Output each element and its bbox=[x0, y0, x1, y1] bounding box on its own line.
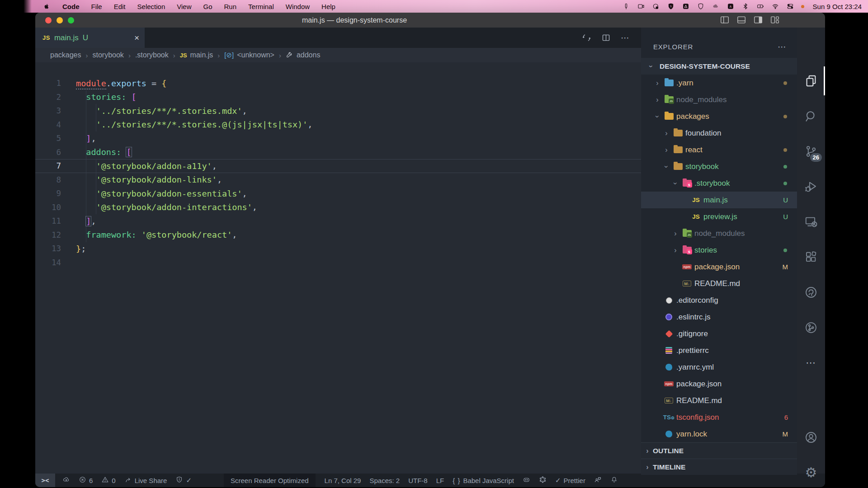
code-editor[interactable]: 1module.exports = {2 stories: [3 '../sto… bbox=[35, 62, 641, 474]
problems-errors[interactable]: 6 bbox=[79, 476, 93, 485]
copilot-status[interactable] bbox=[523, 476, 530, 485]
screen-record-icon[interactable] bbox=[637, 2, 645, 10]
shield-number-icon[interactable]: 5 bbox=[667, 2, 675, 10]
wifi-icon[interactable] bbox=[771, 2, 779, 10]
close-window-button[interactable] bbox=[45, 17, 52, 23]
layout-sidebar-right-icon[interactable] bbox=[753, 15, 763, 25]
run-debug-icon[interactable] bbox=[797, 169, 825, 204]
menu-item-view[interactable]: View bbox=[177, 3, 191, 10]
layout-panel-icon[interactable] bbox=[736, 15, 746, 25]
close-tab-icon[interactable]: × bbox=[134, 33, 139, 42]
explorer-icon[interactable] bbox=[797, 63, 825, 99]
more-views-icon[interactable]: ⋯ bbox=[797, 345, 825, 380]
zoom-window-button[interactable] bbox=[68, 17, 74, 23]
code-line-3: 3 '../stories/**/*.stories.mdx', bbox=[35, 104, 641, 118]
menu-item-window[interactable]: Window bbox=[286, 3, 310, 10]
layout-customize-icon[interactable] bbox=[770, 15, 780, 25]
graphql-status[interactable] bbox=[539, 476, 547, 485]
account-icon[interactable] bbox=[797, 420, 825, 455]
window-title-bar[interactable]: main.js — design-system-course bbox=[35, 13, 825, 28]
split-editor-icon[interactable] bbox=[601, 33, 611, 42]
menu-bar-clock[interactable]: Sun 9 Oct 23:24 bbox=[813, 3, 862, 10]
tree-item-preview-js[interactable]: JSpreview.jsU bbox=[641, 208, 797, 225]
tree-item-react[interactable]: ›react bbox=[641, 141, 797, 158]
tree-item-node-modules[interactable]: ›JSnode_modules bbox=[641, 91, 797, 108]
menu-item-run[interactable]: Run bbox=[224, 3, 237, 10]
tree-item--storybook[interactable]: ›S.storybook bbox=[641, 175, 797, 192]
remote-explorer-icon[interactable] bbox=[797, 204, 825, 239]
battery-icon[interactable] bbox=[756, 2, 764, 10]
tree-item-main-js[interactable]: JSmain.jsU bbox=[641, 192, 797, 208]
menu-item-selection[interactable]: Selection bbox=[137, 3, 165, 10]
tree-item-node-modules[interactable]: ›JSnode_modules bbox=[641, 225, 797, 242]
breadcrumb-item-storybook[interactable]: storybook bbox=[93, 51, 124, 59]
tree-item-readme-md[interactable]: M↓README.md bbox=[641, 275, 797, 292]
live-share[interactable]: Live Share bbox=[124, 476, 167, 485]
breadcrumb-item--unknown-[interactable]: [⊘]<unknown> bbox=[224, 51, 274, 59]
more-actions-icon[interactable]: ⋯ bbox=[621, 33, 630, 43]
traffic-lights bbox=[45, 17, 74, 23]
menu-item-go[interactable]: Go bbox=[203, 3, 212, 10]
tree-item-storybook[interactable]: ›storybook bbox=[641, 158, 797, 175]
tree-item--yarnrc-yml[interactable]: .yarnrc.yml bbox=[641, 359, 797, 375]
tree-item--eslintrc-js[interactable]: .eslintrc.js bbox=[641, 309, 797, 325]
bluetooth-icon[interactable] bbox=[741, 2, 750, 10]
input-source-icon[interactable]: A bbox=[726, 2, 735, 10]
tree-item-stories[interactable]: ›Sstories bbox=[641, 242, 797, 258]
feedback[interactable] bbox=[594, 476, 602, 485]
menu-item-terminal[interactable]: Terminal bbox=[248, 3, 274, 10]
apple-menu-icon[interactable] bbox=[42, 2, 51, 10]
remote-indicator[interactable]: >< bbox=[35, 474, 55, 487]
encoding[interactable]: UTF-8 bbox=[408, 477, 428, 484]
open-changes-icon[interactable] bbox=[582, 33, 591, 42]
source-control-icon[interactable]: 26 bbox=[797, 134, 825, 169]
layout-sidebar-left-icon[interactable] bbox=[720, 15, 730, 25]
menu-item-file[interactable]: File bbox=[91, 3, 102, 10]
tree-item--prettierrc[interactable]: .prettierrc bbox=[641, 342, 797, 359]
cursor-position[interactable]: Ln 7, Col 29 bbox=[325, 477, 361, 484]
language-mode[interactable]: { }Babel JavaScript bbox=[453, 477, 514, 484]
github-icon[interactable] bbox=[797, 275, 825, 310]
indentation[interactable]: Spaces: 2 bbox=[369, 477, 400, 484]
notifications-bell[interactable] bbox=[610, 476, 618, 485]
formatter-prettier[interactable]: ✓Prettier bbox=[555, 476, 585, 484]
spell-checker[interactable]: ✓ bbox=[175, 476, 192, 485]
menu-item-help[interactable]: Help bbox=[321, 3, 335, 10]
menu-item-edit[interactable]: Edit bbox=[114, 3, 126, 10]
control-center-icon[interactable] bbox=[786, 2, 794, 10]
publish-icon[interactable] bbox=[62, 476, 70, 485]
eol[interactable]: LF bbox=[436, 477, 444, 484]
tab-main-js[interactable]: JS main.js U × bbox=[35, 28, 145, 48]
search-icon[interactable] bbox=[797, 99, 825, 134]
app-box-icon[interactable] bbox=[682, 2, 690, 10]
tree-item-package-json[interactable]: npmpackage.jsonM bbox=[641, 258, 797, 275]
tree-item--yarn[interactable]: ›.yarn bbox=[641, 75, 797, 91]
tree-root-design-system-course[interactable]: › DESIGN-SYSTEM-COURSE bbox=[641, 58, 797, 75]
breadcrumb-item-addons[interactable]: addons bbox=[286, 51, 321, 60]
tree-item-yarn-lock[interactable]: yarn.lockM bbox=[641, 426, 797, 442]
tree-item--editorconfig[interactable]: .editorconfig bbox=[641, 292, 797, 309]
settings-gear-icon[interactable]: ⚙ bbox=[797, 455, 825, 487]
breadcrumb-item--storybook[interactable]: .storybook bbox=[135, 51, 169, 59]
record-badge-icon[interactable] bbox=[652, 2, 660, 10]
explorer-more-icon[interactable]: ⋯ bbox=[778, 42, 787, 52]
cloud-icon[interactable] bbox=[712, 2, 720, 10]
tree-item-foundation[interactable]: ›foundation bbox=[641, 125, 797, 141]
tree-item-packages[interactable]: ›packages bbox=[641, 108, 797, 125]
section-timeline[interactable]: ›TIMELINE bbox=[641, 459, 797, 475]
menu-item-code[interactable]: Code bbox=[62, 3, 80, 10]
section-outline[interactable]: ›OUTLINE bbox=[641, 442, 797, 459]
extensions-icon[interactable] bbox=[797, 239, 825, 275]
tree-item-readme-md[interactable]: M↓README.md bbox=[641, 392, 797, 409]
tree-item--gitignore[interactable]: .gitignore bbox=[641, 325, 797, 342]
tree-item-package-json[interactable]: npmpackage.json bbox=[641, 375, 797, 392]
breadcrumb-item-packages[interactable]: packages bbox=[50, 51, 81, 59]
shield-outline-icon[interactable] bbox=[697, 2, 705, 10]
pin-icon[interactable] bbox=[622, 2, 630, 10]
screen-reader-status[interactable]: Screen Reader Optimized bbox=[224, 474, 316, 487]
gitlens-icon[interactable] bbox=[797, 310, 825, 345]
tree-item-tsconfig-json[interactable]: TS⚙tsconfig.json6 bbox=[641, 409, 797, 426]
breadcrumb-item-main-js[interactable]: JSmain.js bbox=[180, 51, 213, 59]
minimize-window-button[interactable] bbox=[57, 17, 63, 23]
problems-warnings[interactable]: 0 bbox=[101, 476, 115, 485]
